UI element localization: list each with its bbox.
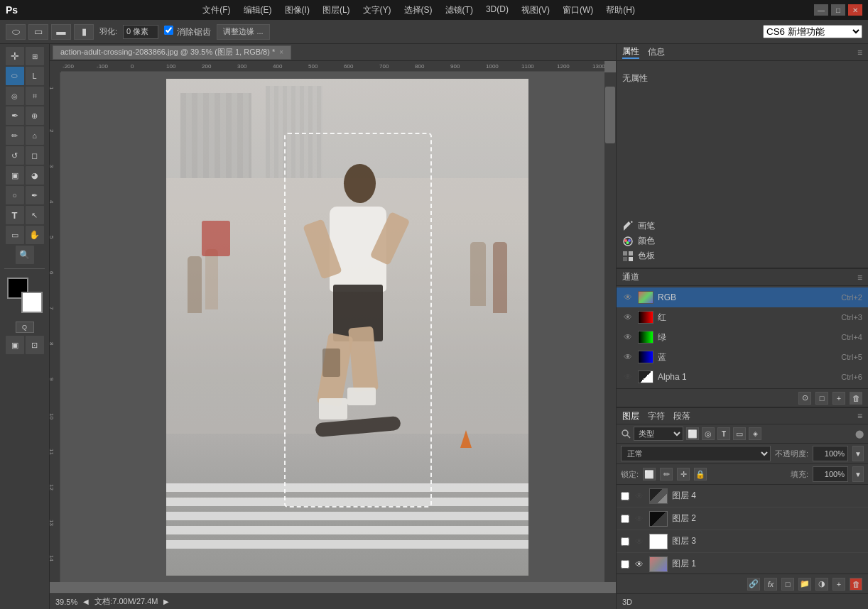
layer3-checkbox[interactable] [621,537,629,546]
history-brush-tool[interactable]: ↺ [6,146,24,165]
menu-help[interactable]: 帮助(H) [600,3,641,18]
save-selection-as-channel-btn[interactable]: □ [815,392,828,405]
delete-channel-btn[interactable]: 🗑 [850,392,862,405]
channel-red-eye[interactable]: 👁 [622,312,634,323]
fill-arrow[interactable]: ▼ [852,466,864,482]
menu-layer[interactable]: 图层(L) [317,3,356,18]
nav-right-btn[interactable]: ▶ [163,598,169,605]
menu-text[interactable]: 文字(Y) [357,3,397,18]
lock-pixels-btn[interactable]: ✏ [660,468,673,481]
link-layers-btn[interactable]: 🔗 [747,578,760,591]
menu-image[interactable]: 图像(I) [279,3,315,18]
fill-input[interactable] [813,466,848,482]
rect-marquee-btn[interactable]: ▭ [28,24,48,40]
layer-row-4[interactable]: 👁 图层 4 [617,485,868,508]
layer3-vis[interactable]: 👁 [634,536,645,547]
channel-blue[interactable]: 👁 蓝 Ctrl+5 [617,347,868,367]
menu-file[interactable]: 文件(F) [197,3,236,18]
channel-rgb-eye[interactable]: 👁 [622,292,634,303]
menu-3d[interactable]: 3D(D) [480,3,514,18]
menu-select[interactable]: 选择(S) [398,3,438,18]
filter-type-btn[interactable]: T [717,427,730,440]
pen-tool[interactable]: ✒ [26,186,44,204]
tab-close-btn[interactable]: × [279,48,283,56]
lock-all-btn[interactable]: 🔒 [694,468,707,481]
extra-mode-btn[interactable]: ⊡ [26,336,44,354]
single-col-btn[interactable]: ▮ [74,24,94,40]
add-mask-btn[interactable]: □ [781,578,794,591]
feather-input[interactable] [123,25,158,39]
menu-view[interactable]: 视图(V) [516,3,555,18]
zoom-tool[interactable]: 🔍 [16,246,34,264]
layer1-vis[interactable]: 👁 [634,559,645,570]
filter-smart-btn[interactable]: ◈ [749,427,761,440]
document-tab[interactable]: action-adult-crossing-2083866.jpg @ 39.5… [53,45,291,60]
blur-tool[interactable]: ◕ [26,166,44,185]
new-adjustment-btn[interactable]: ◑ [815,578,828,591]
swatches-row[interactable]: 色板 [622,250,862,262]
path-select-tool[interactable]: ↖ [26,206,44,224]
canvas-viewport[interactable]: @keyframes dash { 0% { border-style: das… [61,72,604,582]
add-layer-style-btn[interactable]: fx [764,578,777,591]
healing-tool[interactable]: ⊕ [26,106,44,125]
channel-green[interactable]: 👁 绿 Ctrl+4 [617,327,868,347]
brush-row[interactable]: 画笔 [622,220,862,232]
marquee-tool[interactable]: ⬭ [6,67,24,85]
new-group-btn[interactable]: 📁 [798,578,811,591]
new-layer-btn[interactable]: + [832,578,845,591]
filter-toggle[interactable]: ⬤ [855,429,864,439]
channel-rgb[interactable]: 👁 RGB Ctrl+2 [617,287,868,307]
properties-panel-options[interactable]: ≡ [857,48,862,57]
channel-blue-eye[interactable]: 👁 [622,351,634,363]
filter-adjust-btn[interactable]: ◎ [702,427,715,440]
tab-paragraph[interactable]: 段落 [673,410,690,422]
layer-filter-select[interactable]: 类型 [634,427,683,441]
shape-tool[interactable]: ▭ [6,226,24,244]
channel-red[interactable]: 👁 红 Ctrl+3 [617,307,868,327]
adjust-edge-button[interactable]: 调整边缘 ... [217,24,269,40]
opacity-input[interactable] [813,446,848,461]
opacity-arrow[interactable]: ▼ [852,446,864,461]
filter-shape-btn[interactable]: ▭ [733,427,746,440]
eraser-tool[interactable]: ◻ [26,146,44,165]
tab-info[interactable]: 信息 [648,46,665,58]
tab-character[interactable]: 字符 [648,410,665,422]
text-tool[interactable]: T [6,206,24,224]
hand-tool[interactable]: ✋ [26,226,44,244]
minimize-button[interactable]: — [814,4,828,16]
new-channel-btn[interactable]: + [832,392,845,405]
close-button[interactable]: ✕ [848,4,862,16]
load-channel-as-selection-btn[interactable]: ⊙ [798,392,811,405]
layers-panel-options[interactable]: ≡ [857,411,862,421]
eyedropper-tool[interactable]: ✒ [6,106,24,125]
channels-panel-options[interactable]: ≡ [857,273,862,282]
layer2-checkbox[interactable] [621,515,629,523]
cs6-features-select[interactable]: CS6 新增功能 [763,25,862,38]
layer1-checkbox[interactable] [621,560,629,569]
maximize-button[interactable]: □ [831,4,845,16]
layer-row-2[interactable]: 👁 图层 2 [617,508,868,530]
quick-mask-btn[interactable]: Q [16,322,34,333]
menu-edit[interactable]: 编辑(E) [238,3,278,18]
channel-alpha-eye[interactable]: 👁 [622,371,634,383]
scrollbar-right[interactable] [604,72,616,582]
dodge-tool[interactable]: ○ [6,186,24,204]
gradient-tool[interactable]: ▣ [6,166,24,185]
lock-transparent-btn[interactable]: ⬜ [643,468,656,481]
brush-tool[interactable]: ✏ [6,126,24,145]
layer4-checkbox[interactable] [621,492,629,500]
crop-tool[interactable]: ⌗ [26,87,44,105]
menu-filter[interactable]: 滤镜(T) [440,3,479,18]
menu-window[interactable]: 窗口(W) [557,3,599,18]
single-row-btn[interactable]: ▬ [51,24,71,40]
scroll-thumb-right[interactable] [605,87,615,143]
quick-select-tool[interactable]: ◎ [6,87,24,105]
lasso-tool[interactable]: L [26,67,44,85]
lock-position-btn[interactable]: ✛ [677,468,690,481]
background-color[interactable] [21,292,43,313]
tab-properties[interactable]: 属性 [622,45,639,59]
move-tool[interactable]: ✛ [6,47,24,65]
layer-row-3[interactable]: 👁 图层 3 [617,530,868,553]
screen-mode-btn[interactable]: ▣ [6,336,24,354]
elliptical-marquee-btn[interactable]: ⬭ [6,24,26,40]
